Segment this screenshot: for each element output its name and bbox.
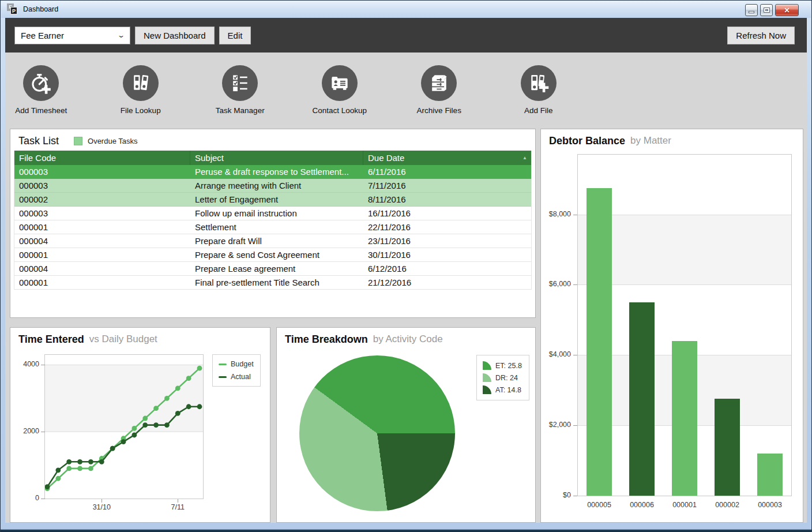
new-dashboard-button[interactable]: New Dashboard <box>135 27 215 44</box>
dashboard-selector[interactable]: Fee Earner ⌄ <box>14 27 130 44</box>
legend-item-et: ET: 25.8 <box>483 361 529 370</box>
restore-button[interactable] <box>760 4 773 16</box>
bar-plot-area <box>578 155 791 496</box>
x-axis-label: 000003 <box>749 501 791 509</box>
table-row[interactable]: 000001Settlement22/11/2016 <box>14 220 531 234</box>
cell-file-code: 000002 <box>14 194 190 204</box>
cell-subject: Final pre-settlement Title Search <box>190 278 363 287</box>
legend-item-dr: DR: 24 <box>483 373 529 382</box>
x-tick-mark <box>178 499 178 503</box>
sort-ascending-icon: ▲ <box>522 155 527 160</box>
quick-action-archive-files[interactable]: Archive Files <box>389 65 489 115</box>
line-plot-area <box>45 355 203 499</box>
quick-action-label: Add Timesheet <box>15 106 67 115</box>
quick-action-add-file[interactable]: Add File <box>489 65 589 115</box>
overdue-legend-swatch <box>74 137 82 145</box>
chevron-down-icon: ⌄ <box>117 31 125 39</box>
table-row[interactable]: 000001Prepare & send Cost Agreement30/11… <box>14 248 531 262</box>
table-row[interactable]: 000001Final pre-settlement Title Search2… <box>14 276 531 290</box>
cell-subject: Arrange meeting with Client <box>190 181 363 190</box>
refresh-now-button[interactable]: Refresh Now <box>727 27 795 44</box>
time-breakdown-header: Time Breakdown by Activity Code <box>277 328 535 345</box>
task-table-header-row: File Code Subject Due Date ▲ <box>14 151 531 165</box>
y-axis-label: 2000 <box>17 427 39 435</box>
quick-action-contact-lookup[interactable]: Contact Lookup <box>290 65 390 115</box>
legend-item-budget: Budget <box>219 360 260 368</box>
y-tick-mark <box>573 215 577 215</box>
y-axis-label: $0 <box>541 491 571 499</box>
edit-button[interactable]: Edit <box>219 27 251 44</box>
quick-action-label: Contact Lookup <box>312 106 367 115</box>
cell-subject: Prepare Lease agreement <box>190 264 363 274</box>
cell-file-code: 000001 <box>14 278 190 287</box>
cell-file-code: 000003 <box>14 181 190 190</box>
x-axis-label: 000006 <box>621 501 663 509</box>
cell-due-date: 22/11/2016 <box>363 222 531 232</box>
task-manager-icon <box>222 65 258 101</box>
quick-action-file-lookup[interactable]: File Lookup <box>91 65 191 115</box>
cell-due-date: 7/11/2016 <box>363 181 531 190</box>
cell-due-date: 21/12/2016 <box>363 278 531 287</box>
minimize-button[interactable] <box>745 4 758 16</box>
legend-item-actual: Actual <box>219 373 260 381</box>
bar-000002 <box>715 399 740 496</box>
time-entered-title: Time Entered <box>18 334 84 346</box>
task-list-title: Task List <box>18 135 59 147</box>
quick-action-add-timesheet[interactable]: Add Timesheet <box>5 65 91 115</box>
time-breakdown-panel: Time Breakdown by Activity Code ET: 25.8… <box>276 327 536 523</box>
cell-file-code: 000001 <box>14 250 190 260</box>
cell-subject: Prepare draft Will <box>190 236 363 246</box>
overdue-legend-label: Overdue Tasks <box>88 137 137 145</box>
cell-subject: Peruse & draft response to Settlement... <box>190 167 363 177</box>
legend-item-at: AT: 14.8 <box>483 385 529 394</box>
legend-line-marker <box>219 376 227 378</box>
y-tick-mark <box>573 284 577 285</box>
quick-action-label: Archive Files <box>417 106 461 115</box>
table-row[interactable]: 000003Follow up email instruction16/11/2… <box>14 207 531 220</box>
cell-subject: Follow up email instruction <box>190 208 363 218</box>
pie <box>299 355 455 511</box>
close-icon: ✕ <box>784 7 790 14</box>
y-axis-label: 0 <box>17 494 39 502</box>
column-header-file-code[interactable]: File Code <box>14 151 190 165</box>
restore-icon <box>764 8 770 13</box>
column-header-subject[interactable]: Subject <box>190 151 363 165</box>
quick-action-task-manager[interactable]: Task Manager <box>190 65 290 115</box>
table-row[interactable]: 000002Letter of Engagement8/11/2016 <box>14 193 531 207</box>
y-axis-label: 4000 <box>17 360 39 368</box>
cell-due-date: 23/11/2016 <box>363 236 531 246</box>
x-axis-label: 000001 <box>663 501 706 509</box>
quick-action-label: Task Manager <box>216 106 265 115</box>
cell-subject: Settlement <box>190 222 363 232</box>
y-tick-mark <box>41 499 45 499</box>
line-chart-legend: BudgetActual <box>212 354 261 387</box>
debtor-balance-header: Debtor Balance by Matter <box>541 129 803 147</box>
app-logo-p: P <box>10 7 17 14</box>
table-row[interactable]: 000003Arrange meeting with Client7/11/20… <box>14 179 531 193</box>
add-file-icon <box>521 65 557 101</box>
quick-action-label: File Lookup <box>121 106 161 115</box>
window-bottom-border <box>1 529 811 531</box>
file-lookup-icon <box>123 65 159 101</box>
cell-due-date: 8/11/2016 <box>363 194 531 204</box>
toolbar: Fee Earner ⌄ New Dashboard Edit Refresh … <box>5 18 807 53</box>
column-header-due-date[interactable]: Due Date ▲ <box>363 151 531 165</box>
table-row[interactable]: 000004Prepare Lease agreement6/12/2016 <box>14 262 531 276</box>
task-table-body: 000003Peruse & draft response to Settlem… <box>14 165 531 290</box>
close-button[interactable]: ✕ <box>775 4 799 16</box>
y-axis-label: $6,000 <box>541 280 571 288</box>
x-axis-label: 7/11 <box>161 503 194 511</box>
dashboard-selector-value: Fee Earner <box>21 31 64 40</box>
x-axis-label: 000005 <box>578 501 621 509</box>
minimize-icon <box>749 11 754 13</box>
x-axis-label: 000002 <box>706 501 749 509</box>
table-row[interactable]: 000004Prepare draft Will23/11/2016 <box>14 234 531 248</box>
cell-subject: Letter of Engagement <box>190 194 363 204</box>
y-axis-label: $8,000 <box>541 210 571 218</box>
table-row[interactable]: 000003Peruse & draft response to Settlem… <box>14 165 531 179</box>
caption-buttons: ✕ <box>745 4 799 16</box>
legend-line-marker <box>219 364 227 365</box>
y-tick-mark <box>573 355 577 355</box>
y-tick-mark <box>41 365 45 365</box>
add-timesheet-icon <box>23 65 59 101</box>
